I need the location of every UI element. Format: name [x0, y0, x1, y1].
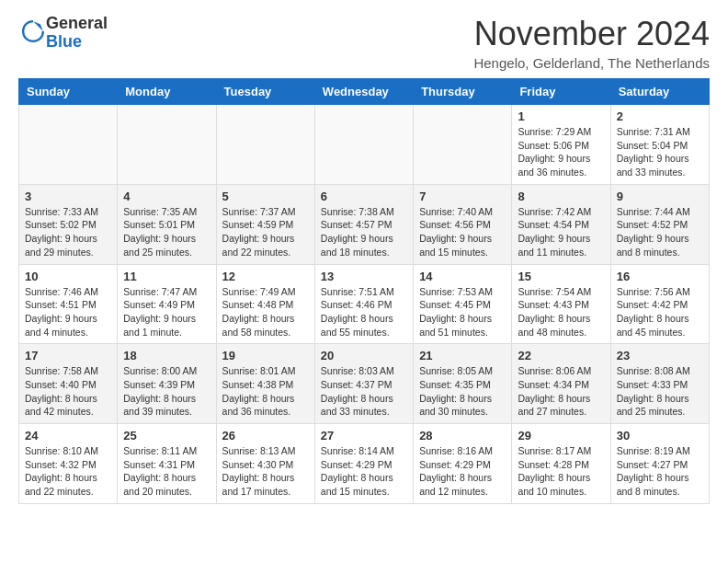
day-number: 13	[321, 270, 407, 283]
day-info: Sunrise: 8:13 AM Sunset: 4:30 PM Dayligh…	[222, 444, 309, 499]
day-number: 22	[518, 349, 604, 362]
calendar-cell	[118, 105, 216, 185]
day-number: 17	[25, 349, 111, 362]
day-number: 19	[222, 349, 309, 362]
day-info: Sunrise: 8:01 AM Sunset: 4:38 PM Dayligh…	[222, 364, 309, 419]
day-number: 16	[617, 270, 703, 283]
day-number: 2	[617, 109, 703, 123]
calendar-cell: 4Sunrise: 7:35 AM Sunset: 5:01 PM Daylig…	[118, 184, 216, 264]
calendar-week-1: 1Sunrise: 7:29 AM Sunset: 5:06 PM Daylig…	[19, 105, 710, 185]
day-header-saturday: Saturday	[610, 79, 709, 105]
calendar-cell: 13Sunrise: 7:51 AM Sunset: 4:46 PM Dayli…	[314, 264, 413, 344]
calendar-cell: 24Sunrise: 8:10 AM Sunset: 4:32 PM Dayli…	[19, 424, 118, 504]
day-info: Sunrise: 8:17 AM Sunset: 4:28 PM Dayligh…	[518, 444, 604, 499]
day-number: 11	[123, 270, 210, 283]
calendar-cell: 28Sunrise: 8:16 AM Sunset: 4:29 PM Dayli…	[414, 424, 512, 504]
day-info: Sunrise: 7:58 AM Sunset: 4:40 PM Dayligh…	[25, 364, 111, 419]
day-info: Sunrise: 8:00 AM Sunset: 4:39 PM Dayligh…	[123, 364, 210, 419]
day-info: Sunrise: 7:31 AM Sunset: 5:04 PM Dayligh…	[617, 125, 703, 179]
day-header-thursday: Thursday	[414, 79, 512, 105]
day-number: 15	[518, 270, 604, 283]
day-info: Sunrise: 8:06 AM Sunset: 4:34 PM Dayligh…	[518, 364, 604, 419]
day-header-friday: Friday	[512, 79, 610, 105]
calendar-cell: 6Sunrise: 7:38 AM Sunset: 4:57 PM Daylig…	[314, 184, 413, 264]
calendar-cell: 17Sunrise: 7:58 AM Sunset: 4:40 PM Dayli…	[19, 344, 118, 424]
day-number: 1	[518, 109, 604, 123]
day-number: 29	[518, 429, 604, 442]
calendar-cell: 5Sunrise: 7:37 AM Sunset: 4:59 PM Daylig…	[216, 184, 314, 264]
day-number: 27	[321, 429, 407, 442]
day-info: Sunrise: 7:53 AM Sunset: 4:45 PM Dayligh…	[419, 285, 506, 339]
calendar-cell: 1Sunrise: 7:29 AM Sunset: 5:06 PM Daylig…	[512, 105, 610, 185]
logo-text: GeneralBlue	[46, 15, 108, 52]
calendar-cell	[314, 105, 413, 185]
day-number: 10	[25, 270, 111, 283]
day-number: 18	[123, 349, 210, 362]
calendar-cell	[414, 105, 512, 185]
day-info: Sunrise: 7:51 AM Sunset: 4:46 PM Dayligh…	[321, 285, 407, 339]
day-number: 3	[25, 190, 111, 203]
day-number: 30	[617, 429, 703, 442]
day-info: Sunrise: 7:44 AM Sunset: 4:52 PM Dayligh…	[617, 205, 703, 259]
calendar-cell: 18Sunrise: 8:00 AM Sunset: 4:39 PM Dayli…	[118, 344, 216, 424]
day-info: Sunrise: 7:37 AM Sunset: 4:59 PM Dayligh…	[222, 205, 309, 259]
day-number: 7	[419, 190, 506, 203]
day-info: Sunrise: 7:56 AM Sunset: 4:42 PM Dayligh…	[617, 285, 703, 339]
calendar-cell: 2Sunrise: 7:31 AM Sunset: 5:04 PM Daylig…	[610, 105, 709, 185]
location: Hengelo, Gelderland, The Netherlands	[473, 55, 710, 71]
day-number: 28	[419, 429, 506, 442]
day-number: 6	[321, 190, 407, 203]
calendar-cell: 22Sunrise: 8:06 AM Sunset: 4:34 PM Dayli…	[512, 344, 610, 424]
calendar-cell: 10Sunrise: 7:46 AM Sunset: 4:51 PM Dayli…	[19, 264, 118, 344]
calendar-cell: 14Sunrise: 7:53 AM Sunset: 4:45 PM Dayli…	[414, 264, 512, 344]
month-title: November 2024	[473, 15, 710, 53]
day-info: Sunrise: 7:54 AM Sunset: 4:43 PM Dayligh…	[518, 285, 604, 339]
day-info: Sunrise: 8:03 AM Sunset: 4:37 PM Dayligh…	[321, 364, 407, 419]
day-info: Sunrise: 8:10 AM Sunset: 4:32 PM Dayligh…	[25, 444, 111, 499]
day-number: 21	[419, 349, 506, 362]
calendar-wrapper: SundayMondayTuesdayWednesdayThursdayFrid…	[0, 78, 728, 513]
calendar-cell: 23Sunrise: 8:08 AM Sunset: 4:33 PM Dayli…	[610, 344, 709, 424]
calendar-cell: 19Sunrise: 8:01 AM Sunset: 4:38 PM Dayli…	[216, 344, 314, 424]
day-number: 23	[617, 349, 703, 362]
calendar-week-5: 24Sunrise: 8:10 AM Sunset: 4:32 PM Dayli…	[19, 424, 710, 504]
calendar-cell: 11Sunrise: 7:47 AM Sunset: 4:49 PM Dayli…	[118, 264, 216, 344]
day-info: Sunrise: 7:42 AM Sunset: 4:54 PM Dayligh…	[518, 205, 604, 259]
calendar-cell	[19, 105, 118, 185]
calendar-table: SundayMondayTuesdayWednesdayThursdayFrid…	[18, 78, 710, 504]
calendar-cell	[216, 105, 314, 185]
day-number: 12	[222, 270, 309, 283]
calendar-cell: 15Sunrise: 7:54 AM Sunset: 4:43 PM Dayli…	[512, 264, 610, 344]
day-number: 5	[222, 190, 309, 203]
day-info: Sunrise: 8:19 AM Sunset: 4:27 PM Dayligh…	[617, 444, 703, 499]
day-info: Sunrise: 7:40 AM Sunset: 4:56 PM Dayligh…	[419, 205, 506, 259]
day-number: 26	[222, 429, 309, 442]
calendar-cell: 27Sunrise: 8:14 AM Sunset: 4:29 PM Dayli…	[314, 424, 413, 504]
calendar-cell: 9Sunrise: 7:44 AM Sunset: 4:52 PM Daylig…	[610, 184, 709, 264]
day-info: Sunrise: 8:08 AM Sunset: 4:33 PM Dayligh…	[617, 364, 703, 419]
day-info: Sunrise: 7:33 AM Sunset: 5:02 PM Dayligh…	[25, 205, 111, 259]
calendar-cell: 20Sunrise: 8:03 AM Sunset: 4:37 PM Dayli…	[314, 344, 413, 424]
day-number: 25	[123, 429, 210, 442]
title-block: November 2024 Hengelo, Gelderland, The N…	[473, 15, 710, 71]
calendar-cell: 3Sunrise: 7:33 AM Sunset: 5:02 PM Daylig…	[19, 184, 118, 264]
logo: GeneralBlue	[18, 15, 108, 52]
day-info: Sunrise: 7:29 AM Sunset: 5:06 PM Dayligh…	[518, 125, 604, 179]
calendar-cell: 26Sunrise: 8:13 AM Sunset: 4:30 PM Dayli…	[216, 424, 314, 504]
calendar-cell: 25Sunrise: 8:11 AM Sunset: 4:31 PM Dayli…	[118, 424, 216, 504]
page-header: GeneralBlue November 2024 Hengelo, Gelde…	[0, 0, 728, 78]
calendar-cell: 30Sunrise: 8:19 AM Sunset: 4:27 PM Dayli…	[610, 424, 709, 504]
day-number: 8	[518, 190, 604, 203]
day-info: Sunrise: 8:14 AM Sunset: 4:29 PM Dayligh…	[321, 444, 407, 499]
day-info: Sunrise: 8:16 AM Sunset: 4:29 PM Dayligh…	[419, 444, 506, 499]
day-info: Sunrise: 7:35 AM Sunset: 5:01 PM Dayligh…	[123, 205, 210, 259]
calendar-cell: 7Sunrise: 7:40 AM Sunset: 4:56 PM Daylig…	[414, 184, 512, 264]
calendar-body: 1Sunrise: 7:29 AM Sunset: 5:06 PM Daylig…	[19, 105, 710, 504]
day-info: Sunrise: 8:05 AM Sunset: 4:35 PM Dayligh…	[419, 364, 506, 419]
day-number: 4	[123, 190, 210, 203]
day-header-tuesday: Tuesday	[216, 79, 314, 105]
calendar-week-3: 10Sunrise: 7:46 AM Sunset: 4:51 PM Dayli…	[19, 264, 710, 344]
day-info: Sunrise: 7:47 AM Sunset: 4:49 PM Dayligh…	[123, 285, 210, 339]
calendar-cell: 16Sunrise: 7:56 AM Sunset: 4:42 PM Dayli…	[610, 264, 709, 344]
day-header-monday: Monday	[118, 79, 216, 105]
